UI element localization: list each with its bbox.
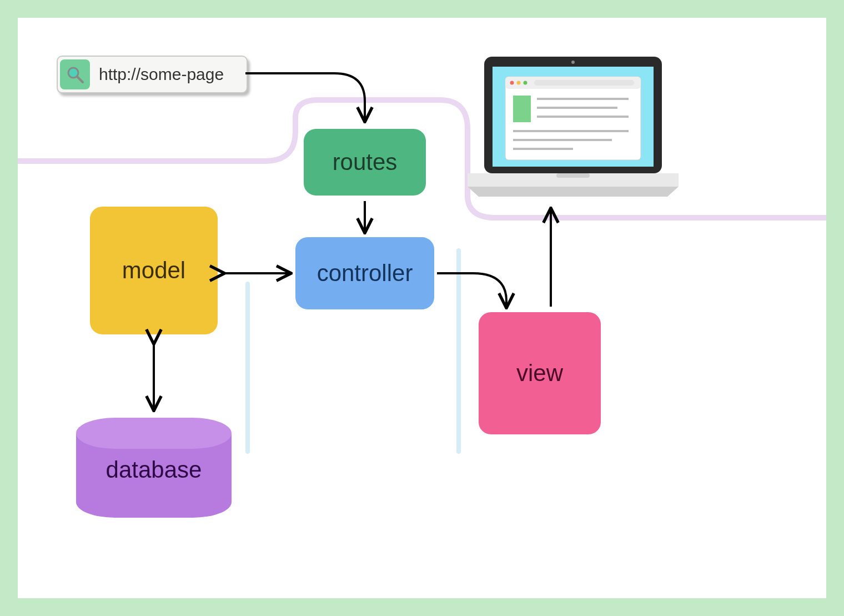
svg-rect-10 bbox=[534, 80, 634, 86]
svg-rect-11 bbox=[513, 96, 531, 122]
svg-point-7 bbox=[510, 81, 514, 85]
diagram-canvas: http://some-page routes controller model… bbox=[18, 18, 826, 598]
divider-line bbox=[245, 282, 250, 454]
url-text: http://some-page bbox=[99, 65, 224, 84]
node-label: database bbox=[76, 457, 232, 483]
url-bar: http://some-page bbox=[57, 56, 248, 93]
laptop-icon bbox=[462, 57, 684, 218]
node-label: routes bbox=[333, 149, 398, 176]
search-icon bbox=[60, 59, 90, 89]
node-view: view bbox=[479, 312, 601, 434]
node-controller: controller bbox=[295, 237, 434, 309]
node-label: view bbox=[516, 360, 563, 387]
svg-line-1 bbox=[77, 77, 83, 82]
svg-point-3 bbox=[571, 61, 575, 64]
node-routes: routes bbox=[304, 129, 426, 196]
svg-point-8 bbox=[517, 81, 521, 85]
edge-controller-to-view bbox=[437, 273, 506, 307]
node-label: model bbox=[122, 257, 185, 284]
svg-rect-19 bbox=[556, 173, 590, 178]
edge-url-to-routes bbox=[245, 73, 365, 121]
frame-border: http://some-page routes controller model… bbox=[0, 0, 844, 616]
node-label: controller bbox=[317, 260, 413, 287]
svg-point-9 bbox=[524, 81, 528, 85]
node-database: database bbox=[76, 418, 232, 518]
divider-line bbox=[456, 248, 461, 454]
node-model: model bbox=[90, 207, 218, 334]
